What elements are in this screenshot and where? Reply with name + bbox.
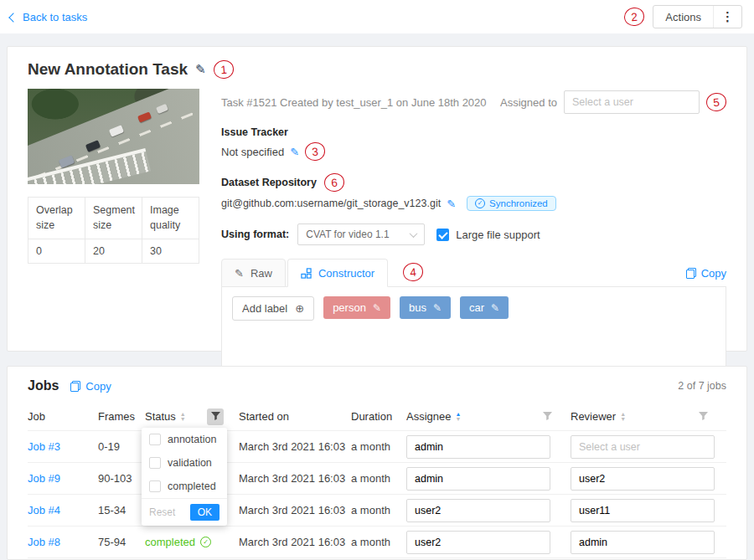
checkbox-unchecked-icon: [149, 480, 161, 492]
job-assignee-input[interactable]: [406, 499, 550, 522]
sorter-icon[interactable]: ▲ ▼: [180, 412, 186, 422]
param-header: Overlap size: [28, 198, 85, 239]
checkbox-checked-icon: [436, 229, 449, 241]
filter-reset-button[interactable]: Reset: [149, 506, 175, 518]
edit-icon[interactable]: ✎: [373, 302, 381, 314]
filter-ok-button[interactable]: OK: [190, 504, 219, 521]
edit-icon[interactable]: ✎: [491, 302, 499, 314]
edit-issue-tracker-icon[interactable]: ✎: [290, 146, 299, 158]
column-header-status[interactable]: Status ▲ ▼: [145, 408, 239, 425]
large-file-support-label: Large file support: [456, 229, 540, 241]
caret-down-icon: ▼: [455, 417, 461, 422]
task-meta-text: Task #1521 Created by test_user_1 on Jun…: [221, 96, 487, 109]
issue-tracker-value: Not specified: [221, 146, 284, 158]
plus-circle-icon: ⊕: [295, 302, 304, 315]
column-header-frames: Frames: [98, 410, 145, 423]
column-header-reviewer[interactable]: Reviewer ▲ ▼: [571, 408, 726, 425]
job-reviewer-input[interactable]: [571, 499, 715, 522]
back-label: Back to tasks: [23, 11, 87, 23]
task-page: { "colors": { "accent": "#1890ff", "succ…: [0, 0, 754, 560]
jobs-card: Jobs Copy 2 of 7 jobs Job Frames Status …: [7, 366, 747, 560]
more-icon[interactable]: ⋮: [713, 6, 741, 28]
top-bar: Back to tasks 2 Actions ⋮: [0, 0, 754, 33]
jobs-table-header: Job Frames Status ▲ ▼ Started on Duratio…: [28, 403, 726, 431]
label-tag-text: bus: [409, 301, 426, 314]
actions-label: Actions: [653, 6, 713, 28]
synchronized-badge: ✓ Synchronized: [467, 196, 556, 211]
job-assignee-input[interactable]: [406, 531, 550, 554]
job-reviewer-input[interactable]: [571, 467, 715, 491]
job-link[interactable]: Job #9: [28, 472, 60, 485]
tab-raw[interactable]: ✎ Raw: [221, 259, 286, 287]
tab-constructor[interactable]: Constructor: [287, 259, 388, 287]
column-header-started: Started on: [239, 410, 351, 423]
jobs-table: Job Frames Status ▲ ▼ Started on Duratio…: [28, 403, 726, 558]
jobs-count: 2 of 7 jobs: [678, 380, 726, 392]
assignee-select-input[interactable]: [564, 90, 700, 114]
copy-icon: [686, 268, 696, 279]
synchronized-badge-label: Synchronized: [489, 198, 548, 208]
labels-constructor-panel: Add label ⊕ person ✎ bus ✎ car ✎: [221, 286, 726, 375]
column-header-job: Job: [28, 410, 98, 423]
label-tag-car[interactable]: car ✎: [460, 296, 509, 319]
tab-raw-label: Raw: [250, 267, 272, 280]
job-started: March 3rd 2021 16:03: [239, 504, 351, 516]
filter-status-icon[interactable]: [207, 408, 224, 425]
job-assignee-input[interactable]: [406, 467, 550, 491]
param-header: Segment size: [85, 198, 142, 239]
param-value: 20: [85, 239, 142, 264]
back-to-tasks-link[interactable]: Back to tasks: [10, 11, 87, 23]
edit-icon[interactable]: ✎: [433, 302, 442, 314]
filter-option-label: completed: [168, 480, 216, 492]
job-reviewer-input[interactable]: [571, 531, 715, 554]
filter-option-validation[interactable]: validation: [142, 451, 227, 475]
job-started: March 3rd 2021 16:03: [239, 472, 351, 485]
job-status-completed: completed ✓: [145, 536, 211, 548]
copy-jobs-button[interactable]: Copy: [70, 380, 111, 393]
sorter-icon[interactable]: ▲ ▼: [455, 412, 461, 422]
task-left-column: Overlap size Segment size Image quality …: [28, 89, 199, 375]
actions-button[interactable]: Actions ⋮: [653, 5, 742, 28]
job-link[interactable]: Job #4: [28, 504, 60, 516]
callout-1: 1: [213, 59, 235, 80]
job-link[interactable]: Job #8: [28, 536, 60, 548]
large-file-support-checkbox[interactable]: Large file support: [436, 229, 540, 241]
task-right-column: Task #1521 Created by test_user_1 on Jun…: [221, 89, 726, 375]
task-parameters-table: Overlap size Segment size Image quality …: [28, 197, 199, 264]
edit-title-icon[interactable]: ✎: [195, 62, 206, 77]
job-reviewer-input[interactable]: [571, 435, 715, 459]
check-circle-icon: ✓: [200, 537, 211, 547]
column-header-assignee[interactable]: Assignee ▲ ▼: [406, 408, 571, 425]
job-assignee-input[interactable]: [406, 435, 550, 459]
job-row: Job #9 90-103 March 3rd 2021 16:03 a mon…: [28, 463, 726, 495]
checkbox-unchecked-icon: [149, 434, 161, 445]
copy-labels-button[interactable]: Copy: [686, 267, 726, 280]
filter-reviewer-icon[interactable]: [695, 408, 711, 425]
label-tag-text: person: [333, 301, 366, 314]
assigned-to-label: Assigned to: [500, 96, 557, 109]
add-label-button[interactable]: Add label ⊕: [232, 296, 314, 321]
label-tag-bus[interactable]: bus ✎: [400, 296, 451, 319]
param-header: Image quality: [142, 198, 199, 239]
filter-option-completed[interactable]: completed: [142, 475, 227, 498]
job-row: Job #4 15-34 March 3rd 2021 16:03 a mont…: [28, 495, 726, 527]
job-duration: a month: [351, 536, 406, 548]
column-header-duration: Duration: [351, 410, 406, 423]
filter-option-annotation[interactable]: annotation: [142, 428, 227, 451]
label-tag-text: car: [469, 301, 484, 314]
job-row: Job #8 75-94 completed ✓ March 3rd 2021 …: [28, 527, 726, 558]
task-title: New Annotation Task: [28, 60, 188, 79]
job-link[interactable]: Job #3: [28, 440, 60, 453]
label-tag-person[interactable]: person ✎: [323, 296, 390, 319]
issue-tracker-label: Issue Tracker: [221, 126, 288, 138]
filter-assignee-icon[interactable]: [539, 408, 555, 425]
format-select[interactable]: CVAT for video 1.1: [297, 223, 425, 245]
sorter-icon[interactable]: ▲ ▼: [620, 412, 626, 422]
edit-repository-icon[interactable]: ✎: [447, 198, 456, 210]
callout-4: 4: [402, 262, 424, 282]
callout-3: 3: [304, 141, 326, 162]
job-frames: 0-19: [98, 440, 145, 453]
job-frames: 90-103: [98, 472, 145, 485]
job-duration: a month: [351, 440, 406, 453]
chevron-down-icon: [410, 229, 418, 238]
